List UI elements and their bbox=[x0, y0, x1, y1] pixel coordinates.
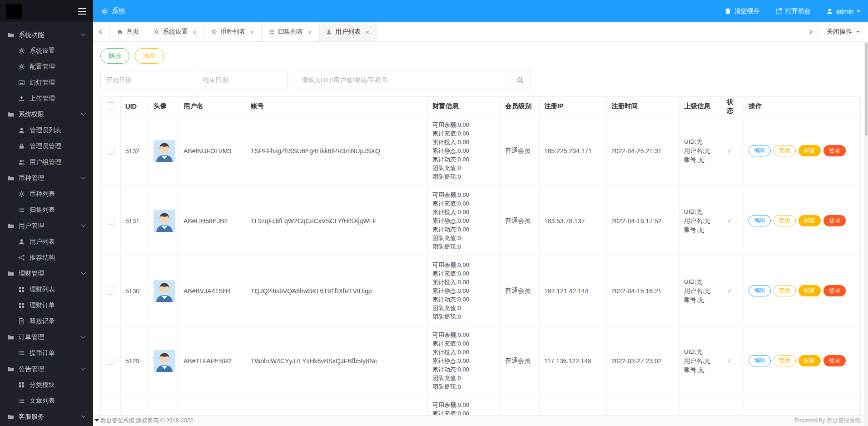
open-frontend-button[interactable]: 打开前台 bbox=[768, 0, 818, 22]
start-date-input[interactable] bbox=[100, 71, 191, 89]
wealth-line: 累计静态:0.00 bbox=[432, 216, 496, 225]
doc-icon bbox=[18, 318, 25, 325]
tab[interactable]: 系统设置× bbox=[146, 22, 204, 41]
close-operations-dropdown[interactable]: 关闭操作 bbox=[818, 22, 868, 41]
sidebar-item[interactable]: 币种列表 bbox=[0, 186, 93, 202]
clear-cache-button[interactable]: 清空缓存 bbox=[717, 0, 768, 22]
sidebar-item[interactable]: 管理员管理 bbox=[0, 138, 93, 154]
disable-button[interactable]: 禁用 bbox=[774, 145, 796, 156]
sidebar-item-label: 订单管理 bbox=[19, 333, 44, 341]
sidebar-item[interactable]: 理财列表 bbox=[0, 281, 93, 297]
disable-button[interactable]: 禁用 bbox=[774, 285, 796, 296]
scrollbar-thumb[interactable] bbox=[865, 43, 868, 136]
uid-cell: 5131 bbox=[121, 186, 149, 256]
wealth-line: 累计动态:0.00 bbox=[432, 155, 496, 164]
tab[interactable]: 币种列表× bbox=[204, 22, 262, 41]
parent-info: UID:无用户名:无账号:无 bbox=[684, 347, 717, 375]
sidebar-item[interactable]: 系统权限 bbox=[0, 106, 93, 122]
sidebar-item[interactable]: 提币订单 bbox=[0, 345, 93, 361]
wealth-info: 可用余额:0.00累计充值:0.00累计投入:0.00累计静态:0.00累计动态… bbox=[432, 401, 496, 415]
tabs-scroll-right-button[interactable] bbox=[802, 22, 818, 41]
sidebar-item[interactable]: 理财管理 bbox=[0, 266, 93, 281]
tab-label: 系统设置 bbox=[163, 28, 188, 36]
tabs-scroll-left-button[interactable] bbox=[93, 22, 109, 41]
tab[interactable]: 首页 bbox=[109, 22, 146, 41]
tabs-strip: 首页系统设置×币种列表×归集列表×用户列表× bbox=[109, 22, 802, 41]
column-header: 财富信息 bbox=[428, 97, 501, 116]
wealth-button[interactable]: 财富 bbox=[799, 285, 821, 296]
account-cell: TQJQ2i6sbVQA8hwSKL6T91fDtfRTVtDigp bbox=[246, 256, 428, 326]
row-checkbox[interactable] bbox=[107, 287, 114, 295]
edit-button[interactable]: 编辑 bbox=[749, 215, 771, 226]
edit-button[interactable]: 编辑 bbox=[749, 285, 771, 296]
login-button[interactable]: 登录 bbox=[823, 355, 846, 366]
wealth-button[interactable]: 财富 bbox=[799, 215, 821, 226]
vertical-scrollbar[interactable] bbox=[864, 42, 868, 426]
sidebar-item[interactable]: 币种管理 bbox=[0, 170, 93, 186]
wealth-button[interactable]: 财富 bbox=[799, 145, 821, 156]
disable-button[interactable]: 禁用 bbox=[774, 215, 796, 226]
sidebar-item[interactable]: 归集列表 bbox=[0, 202, 93, 218]
sidebar-item[interactable]: 用户列表 bbox=[0, 234, 93, 250]
sidebar-item[interactable]: 用户组管理 bbox=[0, 154, 93, 170]
tab[interactable]: 用户列表× bbox=[319, 22, 377, 41]
sidebar-item[interactable]: 公告管理 bbox=[0, 361, 93, 377]
ip-cell: 185.225.234.171 bbox=[540, 116, 607, 186]
sidebar-item[interactable]: 释放记录 bbox=[0, 313, 93, 329]
sidebar-item[interactable]: 订单管理 bbox=[0, 329, 93, 345]
search-button[interactable] bbox=[510, 71, 531, 89]
login-button[interactable]: 登录 bbox=[823, 145, 846, 156]
search-input[interactable] bbox=[296, 71, 510, 89]
end-date-input[interactable] bbox=[197, 71, 288, 89]
sidebar-item-label: 分类模块 bbox=[30, 381, 55, 389]
sidebar-item[interactable]: 管理员列表 bbox=[0, 122, 93, 138]
status-check-icon: ✓ bbox=[727, 357, 733, 365]
folder-icon bbox=[7, 270, 14, 277]
row-checkbox[interactable] bbox=[107, 147, 114, 155]
row-checkbox[interactable] bbox=[107, 357, 114, 365]
sidebar-item[interactable]: 系统设置 bbox=[0, 43, 93, 59]
sidebar-item[interactable]: 系统功能 bbox=[0, 27, 93, 43]
sidebar-item[interactable]: 理财订单 bbox=[0, 297, 93, 313]
avatar bbox=[154, 210, 175, 232]
freeze-button[interactable]: 冻结 bbox=[135, 48, 164, 64]
sidebar-item[interactable]: 用户管理 bbox=[0, 218, 93, 234]
gear-icon bbox=[211, 29, 217, 35]
column-header: 上级信息 bbox=[680, 97, 722, 116]
app-logo bbox=[6, 4, 22, 19]
select-all-checkbox[interactable] bbox=[107, 102, 114, 110]
gear-icon bbox=[18, 63, 25, 70]
edit-button[interactable]: 编辑 bbox=[749, 145, 771, 156]
sidebar-item[interactable]: 分类模块 bbox=[0, 377, 93, 393]
sidebar-item-label: 币种列表 bbox=[30, 190, 55, 198]
disable-button[interactable]: 禁用 bbox=[774, 355, 796, 366]
close-icon[interactable]: × bbox=[193, 29, 197, 35]
avatar bbox=[154, 280, 175, 302]
login-button[interactable]: 登录 bbox=[823, 215, 846, 226]
close-icon[interactable]: × bbox=[308, 29, 312, 35]
sidebar-item[interactable]: 文章列表 bbox=[0, 393, 93, 409]
register-time-cell: 2022-04-25 21:31 bbox=[607, 116, 680, 186]
edit-button[interactable]: 编辑 bbox=[749, 355, 771, 366]
wealth-button[interactable]: 财富 bbox=[799, 355, 821, 366]
sidebar-item[interactable]: 推荐结构 bbox=[0, 250, 93, 266]
user-icon bbox=[18, 238, 25, 245]
menu-toggle-button[interactable] bbox=[77, 6, 87, 16]
sidebar-item-label: 推荐结构 bbox=[30, 254, 55, 262]
unfreeze-button[interactable]: 解冻 bbox=[100, 48, 129, 64]
row-actions: 编辑禁用财富登录 bbox=[744, 326, 861, 396]
sidebar-item[interactable]: 上传管理 bbox=[0, 90, 93, 106]
tab[interactable]: 归集列表× bbox=[262, 22, 319, 41]
action-button-row: 解冻 冻结 bbox=[100, 48, 861, 64]
username-cell: AB#TLFAPEBR2 bbox=[179, 326, 246, 396]
login-button[interactable]: 登录 bbox=[823, 285, 846, 296]
admin-user-menu[interactable]: admin bbox=[818, 0, 868, 22]
close-icon[interactable]: × bbox=[365, 29, 369, 35]
account-cell: TWohcW4CYyJ7LYsHk6vBSxQJFBfb5ty8Nc bbox=[246, 326, 428, 396]
chevron-down-icon bbox=[81, 334, 86, 339]
sidebar-item[interactable]: 配置管理 bbox=[0, 59, 93, 75]
sidebar-item[interactable]: 客服服务 bbox=[0, 409, 93, 425]
close-icon[interactable]: × bbox=[250, 29, 254, 35]
sidebar-item[interactable]: 幻灯管理 bbox=[0, 75, 93, 90]
row-checkbox[interactable] bbox=[107, 217, 114, 225]
